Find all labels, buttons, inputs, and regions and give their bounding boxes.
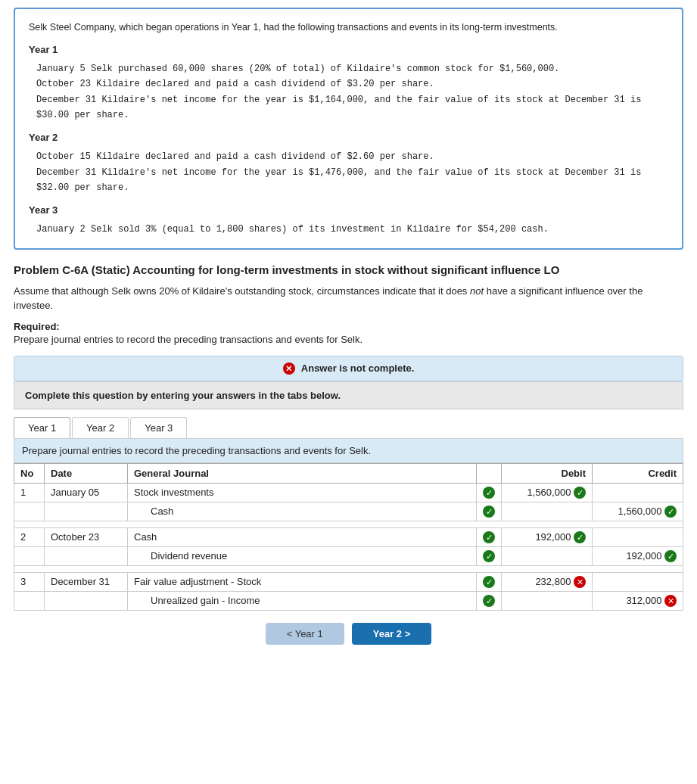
row-credit[interactable]: 192,000 ✓ bbox=[593, 546, 683, 565]
required-desc: Prepare journal entries to record the pr… bbox=[14, 334, 683, 345]
year1-heading: Year 1 bbox=[29, 42, 668, 58]
col-no: No bbox=[14, 463, 45, 483]
row-entry-status: ✓ bbox=[477, 591, 502, 610]
year1-tx2: October 23 Kildaire declared and paid a … bbox=[36, 76, 668, 92]
problem-title: Problem C-6A (Static) Accounting for lon… bbox=[14, 263, 683, 276]
intro-text: Selk Steel Company, which began operatio… bbox=[29, 20, 668, 35]
transactions-box: Selk Steel Company, which began operatio… bbox=[14, 8, 683, 250]
row-entry-status: ✓ bbox=[477, 572, 502, 591]
table-row: Cash✓1,560,000 ✓ bbox=[14, 502, 683, 521]
row-date: October 23 bbox=[45, 527, 128, 546]
row-entry[interactable]: Cash bbox=[128, 527, 477, 546]
row-credit[interactable] bbox=[593, 483, 683, 502]
row-entry[interactable]: Fair value adjustment - Stock bbox=[128, 572, 477, 591]
row-entry[interactable]: Unrealized gain - Income bbox=[128, 591, 477, 610]
year3-transactions: January 2 Selk sold 3% (equal to 1,800 s… bbox=[36, 222, 668, 237]
col-general-journal: General Journal bbox=[128, 463, 477, 483]
row-no: 1 bbox=[14, 483, 45, 502]
complete-banner-text: Complete this question by entering your … bbox=[25, 390, 341, 401]
year2-tx1: October 15 Kildaire declared and paid a … bbox=[36, 149, 668, 164]
row-no bbox=[14, 546, 45, 565]
journal-table: No Date General Journal Debit Credit 1Ja… bbox=[14, 463, 683, 611]
col-credit: Credit bbox=[593, 463, 683, 483]
year1-tx3: December 31 Kildaire's net income for th… bbox=[36, 92, 668, 107]
bottom-nav: < Year 1 Year 2 > bbox=[0, 623, 697, 645]
row-debit[interactable] bbox=[502, 546, 593, 565]
spacer-row bbox=[14, 565, 683, 572]
prev-button[interactable]: < Year 1 bbox=[266, 623, 344, 645]
year2-heading: Year 2 bbox=[29, 130, 668, 146]
row-entry-status: ✓ bbox=[477, 483, 502, 502]
answer-banner-text: Answer is not complete. bbox=[301, 362, 415, 374]
spacer-row bbox=[14, 521, 683, 527]
tab-year1[interactable]: Year 1 bbox=[14, 417, 70, 438]
year1-tx1: January 5 Selk purchased 60,000 shares (… bbox=[36, 61, 668, 76]
row-entry-status: ✓ bbox=[477, 527, 502, 546]
problem-desc-part1: Assume that although Selk owns 20% of Ki… bbox=[14, 285, 470, 297]
year2-tx3: $32.00 per share. bbox=[36, 180, 668, 195]
col-date: Date bbox=[45, 463, 128, 483]
col-status bbox=[477, 463, 502, 483]
tab-year2[interactable]: Year 2 bbox=[72, 417, 129, 438]
row-debit[interactable]: 1,560,000 ✓ bbox=[502, 483, 593, 502]
year2-transactions: October 15 Kildaire declared and paid a … bbox=[36, 149, 668, 195]
tabs-container: Year 1 Year 2 Year 3 bbox=[14, 417, 683, 439]
row-entry[interactable]: Stock investments bbox=[128, 483, 477, 502]
row-credit[interactable]: 1,560,000 ✓ bbox=[593, 502, 683, 521]
required-label: Required: bbox=[14, 321, 683, 332]
row-date bbox=[45, 546, 128, 565]
row-no bbox=[14, 591, 45, 610]
row-date bbox=[45, 502, 128, 521]
row-date: January 05 bbox=[45, 483, 128, 502]
row-date bbox=[45, 591, 128, 610]
row-no: 3 bbox=[14, 572, 45, 591]
answer-banner: ✕ Answer is not complete. bbox=[14, 356, 683, 381]
tab-content-desc: Prepare journal entries to record the pr… bbox=[14, 439, 683, 463]
row-no: 2 bbox=[14, 527, 45, 546]
row-credit[interactable] bbox=[593, 572, 683, 591]
year1-transactions: January 5 Selk purchased 60,000 shares (… bbox=[36, 61, 668, 123]
row-credit[interactable] bbox=[593, 527, 683, 546]
col-debit: Debit bbox=[502, 463, 593, 483]
table-row: Unrealized gain - Income✓312,000 ✕ bbox=[14, 591, 683, 610]
tab-content-text: Prepare journal entries to record the pr… bbox=[22, 445, 371, 456]
year3-heading: Year 3 bbox=[29, 203, 668, 219]
row-no bbox=[14, 502, 45, 521]
complete-banner: Complete this question by entering your … bbox=[14, 381, 683, 409]
tab-year3[interactable]: Year 3 bbox=[130, 417, 187, 438]
year1-tx4: $30.00 per share. bbox=[36, 107, 668, 123]
row-debit[interactable]: 192,000 ✓ bbox=[502, 527, 593, 546]
problem-desc-italic: not bbox=[470, 285, 484, 297]
table-row: 3December 31Fair value adjustment - Stoc… bbox=[14, 572, 683, 591]
table-row: 1January 05Stock investments✓1,560,000 ✓ bbox=[14, 483, 683, 502]
row-entry[interactable]: Dividend revenue bbox=[128, 546, 477, 565]
error-icon: ✕ bbox=[283, 362, 295, 375]
row-entry-status: ✓ bbox=[477, 502, 502, 521]
next-button[interactable]: Year 2 > bbox=[352, 623, 432, 645]
table-row: Dividend revenue✓192,000 ✓ bbox=[14, 546, 683, 565]
row-debit[interactable] bbox=[502, 502, 593, 521]
row-debit[interactable]: 232,800 ✕ bbox=[502, 572, 593, 591]
problem-description: Assume that although Selk owns 20% of Ki… bbox=[14, 284, 683, 313]
row-entry-status: ✓ bbox=[477, 546, 502, 565]
row-entry[interactable]: Cash bbox=[128, 502, 477, 521]
year2-tx2: December 31 Kildaire's net income for th… bbox=[36, 165, 668, 180]
year3-tx1: January 2 Selk sold 3% (equal to 1,800 s… bbox=[36, 222, 668, 237]
table-row: 2October 23Cash✓192,000 ✓ bbox=[14, 527, 683, 546]
row-debit[interactable] bbox=[502, 591, 593, 610]
row-date: December 31 bbox=[45, 572, 128, 591]
row-credit[interactable]: 312,000 ✕ bbox=[593, 591, 683, 610]
